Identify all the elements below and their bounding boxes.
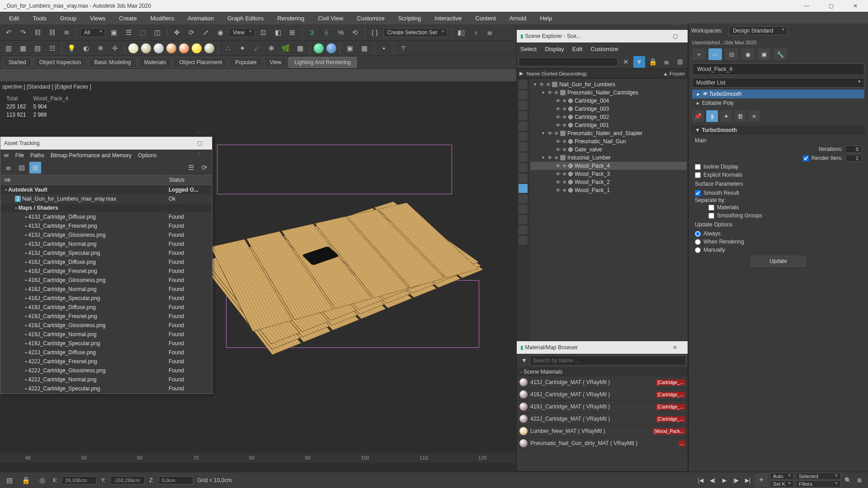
menu-modifiers[interactable]: Modifiers xyxy=(144,13,180,24)
filter-btn[interactable] xyxy=(519,205,528,214)
remove-mod-icon[interactable]: 🗑 xyxy=(734,110,746,122)
se-menu-item[interactable]: Edit xyxy=(572,46,582,52)
scene-search-input[interactable] xyxy=(519,57,618,66)
asset-row[interactable]: 3 Nail_Gun_for_Lumbers_max_vray.maxOk xyxy=(1,195,211,203)
make-unique-icon[interactable]: ✦ xyxy=(720,110,732,122)
snap-toggle-icon[interactable]: 3 xyxy=(306,27,318,38)
tree-row[interactable]: 👁❄Cartridge_002 xyxy=(530,113,687,121)
asset-row[interactable]: ▪ Maps / Shaders xyxy=(1,204,211,212)
manip-icon[interactable]: ◧ xyxy=(272,27,284,38)
menu-tools[interactable]: Tools xyxy=(26,13,52,24)
mat-ball-icon[interactable] xyxy=(166,43,176,53)
asset-row[interactable]: ▪ 416J_Cartridge_Diffuse.pngFound xyxy=(1,258,211,266)
material-search-input[interactable] xyxy=(530,356,686,366)
filter-btn[interactable] xyxy=(519,80,528,89)
named-sel-set-dropdown[interactable]: Create Selection Set xyxy=(383,28,448,37)
goto-end-icon[interactable]: ▶| xyxy=(743,475,753,485)
asset-col-name[interactable]: ne xyxy=(1,175,165,185)
object-name-field[interactable]: Wood_Pack_4 xyxy=(692,63,864,75)
asset-row[interactable]: ▪ 422J_Cartridge_Fresnel.pngFound xyxy=(1,357,211,366)
edit-sel-set-icon[interactable]: { } xyxy=(369,27,381,38)
tree-row[interactable]: 👁❄Cartridge_004 xyxy=(530,97,687,105)
key-filters-button[interactable]: Filters xyxy=(796,480,841,488)
asset-row[interactable]: ▪ 422J_Cartridge_Normal.pngFound xyxy=(1,375,211,384)
asset-row[interactable]: ▪ 413J_Cartridge_Specular.pngFound xyxy=(1,249,211,257)
filter-btn[interactable] xyxy=(519,163,528,172)
menu-arnold[interactable]: Arnold xyxy=(503,13,533,24)
tree-row[interactable]: ▼👁❄Pneumatic_Nailer_and_Stapler xyxy=(530,129,687,137)
asset-row[interactable]: ▪ 416J_Cartridge_Specular.pngFound xyxy=(1,294,211,302)
filter-btn[interactable] xyxy=(519,90,528,99)
fx-icon[interactable]: ❋ xyxy=(265,42,277,54)
tree-row[interactable]: 👁❄Pneumatic_Nail_Gun xyxy=(530,137,687,145)
tree-row[interactable]: 👁❄Wood_Pack_3 xyxy=(530,170,687,178)
menu-group[interactable]: Group xyxy=(54,13,83,24)
upd-render-radio[interactable] xyxy=(695,239,701,245)
filter-btn[interactable] xyxy=(519,236,528,245)
menu-rendering[interactable]: Rendering xyxy=(271,13,311,24)
material-item[interactable]: Pneumatic_Nail_Gun_dirty_MAT ( VRayMtl )… xyxy=(517,437,688,450)
clear-search-icon[interactable]: ✕ xyxy=(620,56,632,68)
scene-explorer-titlebar[interactable]: ▮ Scene Explorer - Sce... —▢✕ xyxy=(517,30,688,42)
close-icon[interactable]: ✕ xyxy=(666,342,684,353)
filter-btn[interactable] xyxy=(519,122,528,131)
ref-coord-dropdown[interactable]: View xyxy=(229,28,255,37)
isolate-icon[interactable]: ◎ xyxy=(36,474,48,486)
tree-row[interactable]: 👁❄Cartridge_003 xyxy=(530,105,687,113)
undo-icon[interactable]: ↶ xyxy=(3,27,14,38)
asset-menu-item[interactable]: File xyxy=(15,152,24,159)
utilities-tab-icon[interactable]: 🔧 xyxy=(774,48,787,60)
create-tab-icon[interactable]: + xyxy=(692,48,706,60)
mat-ball-icon[interactable] xyxy=(179,43,189,53)
asset-row[interactable]: ▪ 419J_Cartridge_Specular.pngFound xyxy=(1,339,211,347)
autokey-button[interactable]: Auto xyxy=(770,473,794,480)
motion-tab-icon[interactable]: ◉ xyxy=(741,48,755,60)
render-icon[interactable]: ▦ xyxy=(359,42,370,54)
select-rect-icon[interactable]: ⬚ xyxy=(137,27,149,38)
smooth-result-checkbox[interactable] xyxy=(695,190,701,196)
menu-scripting[interactable]: Scripting xyxy=(392,13,428,24)
mat-ball-icon[interactable] xyxy=(141,43,151,53)
tree-row[interactable]: 👁❄Wood_Pack_4 xyxy=(530,162,687,170)
key-mode-icon[interactable]: + xyxy=(755,474,768,487)
filter-btn[interactable] xyxy=(519,111,528,120)
mat-ball-icon[interactable] xyxy=(154,43,164,53)
mat-ball-icon[interactable] xyxy=(128,43,138,53)
grass-icon[interactable]: 🌿 xyxy=(280,42,292,54)
fx-icon[interactable]: ☄ xyxy=(251,42,263,54)
y-coord-input[interactable]: -150,299cm xyxy=(110,476,145,484)
update-button[interactable]: Update xyxy=(751,256,806,267)
prev-frame-icon[interactable]: ◀| xyxy=(708,475,717,485)
layer-icon[interactable]: ≣ xyxy=(484,27,496,38)
upd-manual-radio[interactable] xyxy=(695,247,701,253)
st-icon[interactable]: ☷ xyxy=(46,42,58,54)
close-icon[interactable]: ✕ xyxy=(190,149,208,160)
view-icon[interactable]: ⊞ xyxy=(674,56,686,68)
fx-icon[interactable]: ▩ xyxy=(294,42,306,54)
hierarchy-tab-icon[interactable]: ⊟ xyxy=(725,48,738,60)
st-icon[interactable]: ❄ xyxy=(94,42,106,54)
close-icon[interactable]: ✕ xyxy=(846,0,864,11)
play-icon[interactable]: ▶ xyxy=(719,475,729,485)
filter-btn[interactable] xyxy=(519,132,528,141)
upd-always-radio[interactable] xyxy=(695,231,701,237)
modifier-item[interactable]: ▸ 👁 TurboSmooth xyxy=(692,89,864,99)
st-icon[interactable]: ▤ xyxy=(32,42,43,54)
isoline-checkbox[interactable] xyxy=(695,164,701,170)
help-icon[interactable]: ? xyxy=(397,42,409,54)
unlink-icon[interactable]: ⛓̷ xyxy=(46,27,58,38)
modifier-list-dropdown[interactable]: Modifier List xyxy=(692,78,864,88)
filter-btn[interactable] xyxy=(519,101,528,110)
material-item[interactable]: 419J_Cartridge_MAT ( VRayMtl )[Cartridge… xyxy=(517,401,688,413)
asset-row[interactable]: ▪ 416J_Cartridge_Normal.pngFound xyxy=(1,285,211,293)
link-icon[interactable]: ⛓ xyxy=(32,27,43,38)
goto-start-icon[interactable]: |◀ xyxy=(696,475,706,485)
sep-mat-checkbox[interactable] xyxy=(708,205,714,211)
iterations-spinner[interactable]: 0 xyxy=(845,145,862,153)
st-icon[interactable]: ◐ xyxy=(80,42,92,54)
asset-row[interactable]: ▪ 416J_Cartridge_Glossiness.pngFound xyxy=(1,276,211,284)
se-menu-item[interactable]: Display xyxy=(545,46,564,52)
mat-ball-icon[interactable] xyxy=(326,43,336,53)
menu-civil-view[interactable]: Civil View xyxy=(311,13,349,24)
asset-menu-item[interactable]: Paths xyxy=(30,152,44,159)
